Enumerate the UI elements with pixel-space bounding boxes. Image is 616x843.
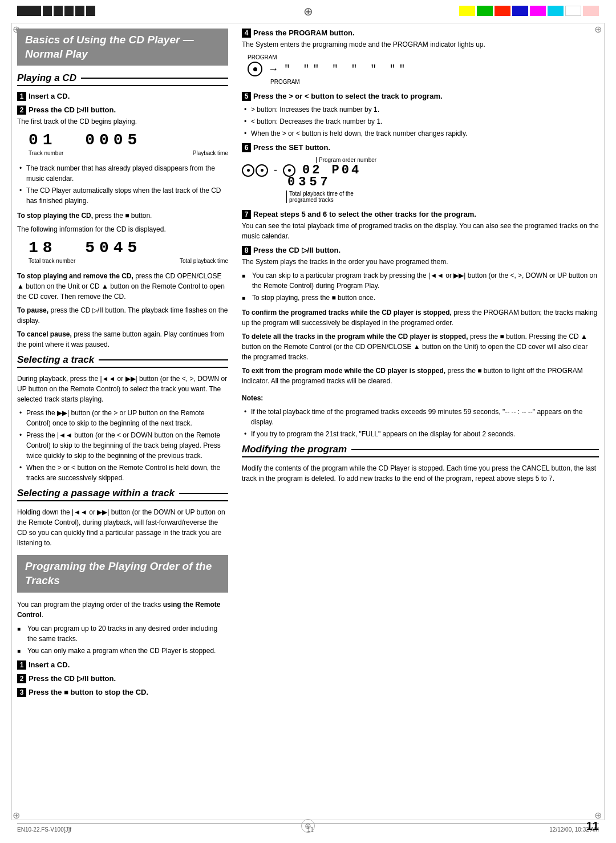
playing-cd-header: Playing a CD	[17, 72, 228, 86]
prog-step-2: 2 Press the CD ▷/II button.	[17, 674, 228, 683]
right-step-8-num: 8	[242, 246, 251, 255]
right-step-7-header: 7 Repeat steps 5 and 6 to select the oth…	[242, 210, 599, 219]
cd-icons-pair	[242, 164, 268, 177]
prog-step-1-label: Insert a CD.	[29, 660, 70, 669]
page-content: Basics of Using the CD Player — Normal P…	[17, 29, 599, 814]
playing-cd-label: Playing a CD	[17, 72, 76, 84]
page-number: 11	[586, 820, 599, 833]
stop-text-2: The following information for the CD is …	[17, 224, 228, 234]
track-bullet-2: Press the |◄◄ button (or the < or DOWN b…	[17, 430, 228, 461]
prog-step-3-header: 3 Press the ■ button to stop the CD.	[17, 688, 228, 697]
right-step-8: 8 Press the CD ▷/II button. The System p…	[242, 246, 599, 386]
cd-dot-2	[261, 169, 264, 172]
programing-title-box: Programing the Playing Order of the Trac…	[17, 555, 228, 592]
confirm-prog-text: To confirm the programed tracks while th…	[242, 307, 599, 328]
step-2-bullets: The track number that has already played…	[17, 163, 228, 206]
step-8-sq-bullets: You can skip to a particular program tra…	[242, 270, 599, 303]
right-step-6-label: Press the SET button.	[253, 143, 330, 152]
step-2: 2 Press the CD ▷/II button. The first tr…	[17, 106, 228, 156]
right-step-5-num: 5	[242, 92, 251, 101]
lcd-display-1: 01 0005 Track number Playback time	[29, 131, 228, 156]
playback-time-label: Playback time	[193, 150, 228, 156]
right-step-6: 6 Press the SET button. Program order nu…	[242, 143, 599, 203]
basics-title: Basics of Using the CD Player — Normal P…	[25, 34, 194, 60]
selecting-passage-label: Selecting a passage within a track	[17, 488, 175, 499]
prog-step-2-header: 2 Press the CD ▷/II button.	[17, 674, 228, 683]
header-line-extend-2	[99, 359, 228, 360]
right-step-4: 4 Press the PROGRAM button. The System e…	[242, 29, 599, 85]
header-line-extend-3	[179, 493, 228, 494]
step8-sq-bullet-2: To stop playing, press the ■ button once…	[242, 293, 599, 303]
cd-circle	[248, 62, 262, 76]
right-step-7-num: 7	[242, 210, 251, 219]
modifying-body: Modify the contents of the program while…	[242, 463, 599, 484]
program-display-diagram: PROGRAM → " "" " " " "" PROGRAM	[248, 54, 599, 85]
lcd-nums-2: 18 5045	[29, 239, 228, 257]
track-bullet-1: Press the ▶▶| button (or the > or UP but…	[17, 408, 228, 428]
cd-icon-2	[256, 164, 268, 177]
cd-dot-1	[247, 169, 250, 172]
right-step-5: 5 Press the > or < button to select the …	[242, 92, 599, 139]
selecting-track-bullets: Press the ▶▶| button (or the > or UP but…	[17, 408, 228, 483]
step-5-bullets: > button: Increases the track number by …	[242, 104, 599, 139]
right-step-7-label: Repeat steps 5 and 6 to select the other…	[253, 210, 476, 218]
step-1-num: 1	[17, 92, 26, 101]
program-display-row: → " "" " " " ""	[248, 62, 599, 76]
selecting-passage-body: Holding down the |◄◄ or ▶▶| button (or t…	[17, 507, 228, 548]
track-bullet-3: When the > or < button on the Remote Con…	[17, 463, 228, 483]
bullet-item-2: The CD Player automatically stops when t…	[17, 185, 228, 206]
notes-bullets: If the total playback time of the progra…	[242, 407, 599, 439]
lcd-labels-1: Track number Playback time	[29, 150, 228, 156]
right-step-4-body: The System enters the programing mode an…	[242, 39, 599, 50]
right-step-8-body: The System plays the tracks in the order…	[242, 257, 599, 267]
step-1-label: Insert a CD.	[29, 92, 70, 100]
step-2-num: 2	[17, 106, 26, 115]
selecting-track-label: Selecting a track	[17, 354, 94, 366]
stop-text-1: To stop playing the CD, press the ■ butt…	[17, 210, 228, 221]
right-step-4-label: Press the PROGRAM button.	[253, 29, 355, 37]
total-pb-annotation: Total playback time of theprogramed trac…	[286, 191, 354, 203]
modifying-label: Modifying the program	[242, 444, 347, 455]
selecting-track-header: Selecting a track	[17, 354, 228, 368]
left-column: Basics of Using the CD Player — Normal P…	[17, 29, 228, 814]
prog-order-annotation: Program order number	[316, 157, 376, 163]
prog-step-1: 1 Insert a CD.	[17, 660, 228, 670]
prog-step-1-header: 1 Insert a CD.	[17, 660, 228, 670]
basics-title-box: Basics of Using the CD Player — Normal P…	[17, 29, 228, 66]
footer-left-text: EN10-22.FS-V100[J]f	[17, 826, 71, 833]
prog-step-3-num: 3	[17, 688, 26, 697]
open-cd-text: To stop playing and remove the CD, press…	[17, 271, 228, 302]
cancel-pause-text: To cancel pause, press the same button a…	[17, 329, 228, 350]
right-step-4-num: 4	[242, 29, 251, 38]
right-step-6-header: 6 Press the SET button.	[242, 143, 599, 152]
right-step-6-num: 6	[242, 143, 251, 152]
top-crosshair-icon: ⊕	[299, 3, 317, 20]
lcd-nums-1: 01 0005	[29, 131, 228, 149]
prog-step-3: 3 Press the ■ button to stop the CD.	[17, 688, 228, 697]
total-pb-label: Total playback time	[180, 258, 228, 264]
header-line-extend-4	[351, 449, 599, 450]
set-display-row2: 0357	[287, 175, 331, 189]
step5-bullet-3: When the > or < button is held down, the…	[242, 128, 599, 139]
set-row-2: 0357	[287, 175, 331, 189]
right-step-5-header: 5 Press the > or < button to select the …	[242, 92, 599, 101]
selecting-track-body: During playback, press the |◄◄ or ▶▶| bu…	[17, 374, 228, 404]
bullet-item-1: The track number that has already played…	[17, 163, 228, 184]
step8-sq-bullet-1: You can skip to a particular program tra…	[242, 270, 599, 291]
set-diagram: Program order number -	[242, 157, 599, 203]
right-step-8-label: Press the CD ▷/II button.	[253, 246, 341, 254]
notes-bullet-1: If the total playback time of the progra…	[242, 407, 599, 427]
step-1: 1 Insert a CD.	[17, 92, 228, 101]
prog-step-3-label: Press the ■ button to stop the CD.	[29, 688, 148, 696]
track-number-label: Track number	[29, 150, 63, 156]
total-track-label: Total track number	[29, 258, 75, 264]
program-dots-display: " "" " " " ""	[284, 63, 408, 75]
arrow-icon: →	[268, 63, 278, 75]
header-line-extend	[81, 78, 228, 79]
step-2-header: 2 Press the CD ▷/II button.	[17, 106, 228, 115]
prog-step-1-num: 1	[17, 660, 26, 670]
cd-icon-1	[242, 164, 254, 177]
lcd-display-2: 18 5045 Total track number Total playbac…	[29, 239, 228, 264]
step-1-header: 1 Insert a CD.	[17, 92, 228, 101]
notes-bullet-2: If you try to program the 21st track, "F…	[242, 429, 599, 439]
